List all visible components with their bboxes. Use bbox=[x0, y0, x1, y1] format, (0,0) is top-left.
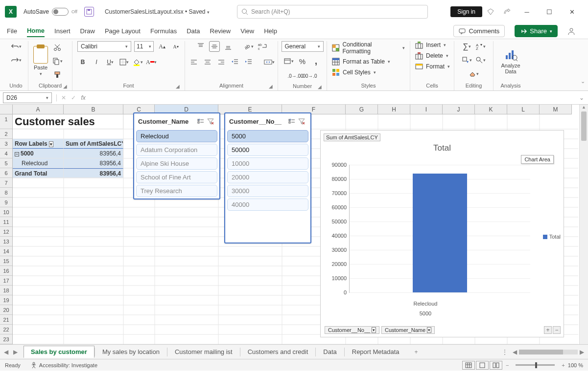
pivot-values-header[interactable]: Sum of AmtSalesLCY bbox=[64, 139, 123, 149]
slicer-item[interactable]: School of Fine Art bbox=[136, 171, 217, 183]
conditional-formatting-button[interactable]: Conditional Formatting▾ bbox=[332, 41, 405, 55]
search-input[interactable]: Search (Alt+Q) bbox=[237, 5, 428, 19]
col-header-i[interactable]: I bbox=[410, 105, 443, 114]
tab-page-layout[interactable]: Page Layout bbox=[105, 25, 141, 37]
decrease-decimal-button[interactable]: .00→.0 bbox=[304, 70, 315, 81]
row-header-4[interactable]: 4 bbox=[0, 149, 12, 158]
chart-title[interactable]: Total bbox=[321, 143, 564, 153]
sheet-tab[interactable]: My sales by location bbox=[95, 346, 167, 358]
slicer-item[interactable]: Relecloud bbox=[136, 130, 217, 142]
align-left-button[interactable] bbox=[188, 57, 199, 67]
maximize-button[interactable]: ☐ bbox=[538, 8, 561, 16]
borders-button[interactable]: ▾ bbox=[118, 57, 129, 67]
row-header-16[interactable]: 16 bbox=[0, 266, 12, 276]
col-header-a[interactable]: A bbox=[13, 105, 64, 114]
clear-filter-icon[interactable] bbox=[297, 116, 306, 126]
slicer-item[interactable]: 10000 bbox=[227, 157, 308, 170]
number-format-select[interactable]: General▾ bbox=[282, 41, 324, 52]
tab-draw[interactable]: Draw bbox=[80, 25, 95, 37]
zoom-in-button[interactable]: + bbox=[562, 362, 564, 368]
undo-button[interactable]: ▾ bbox=[11, 41, 22, 52]
tab-review[interactable]: Review bbox=[210, 25, 231, 37]
format-as-table-button[interactable]: Format as Table▾ bbox=[332, 58, 390, 66]
slicer-item[interactable]: 50000 bbox=[227, 144, 308, 156]
sheet-tab-menu-button[interactable]: ⋮ bbox=[502, 349, 508, 355]
chevron-down-icon[interactable]: ▾ bbox=[207, 10, 210, 15]
fill-color-button[interactable]: ▾ bbox=[132, 57, 143, 67]
percent-format-button[interactable]: % bbox=[297, 56, 308, 66]
row-header-2[interactable]: 2 bbox=[0, 129, 12, 139]
slicer-item[interactable]: 30000 bbox=[227, 185, 308, 197]
tab-formulas[interactable]: Formulas bbox=[150, 25, 177, 37]
underline-button[interactable]: U▾ bbox=[105, 57, 116, 67]
cell-styles-button[interactable]: Cell Styles▾ bbox=[332, 68, 376, 76]
pivot-row-2-value[interactable]: 83956,4 bbox=[64, 158, 123, 168]
find-select-button[interactable]: ▾ bbox=[475, 55, 486, 66]
sheet-prev-button[interactable]: ◀ bbox=[4, 349, 8, 355]
clear-button[interactable]: ▾ bbox=[469, 68, 479, 79]
sheet-next-button[interactable]: ▶ bbox=[13, 349, 18, 355]
align-middle-button[interactable] bbox=[209, 41, 220, 52]
enter-formula-icon[interactable]: ✓ bbox=[71, 94, 76, 101]
formula-input[interactable] bbox=[89, 92, 575, 103]
chart-legend[interactable]: Total bbox=[543, 234, 561, 240]
chart-collapse-button[interactable]: − bbox=[553, 326, 561, 334]
pivot-grand-total-label[interactable]: Grand Total bbox=[13, 168, 64, 178]
row-header-6[interactable]: 6 bbox=[0, 168, 12, 178]
row-header-1[interactable]: 1 bbox=[0, 114, 12, 129]
save-icon[interactable] bbox=[84, 7, 94, 17]
accessibility-status[interactable]: Accessibility: Investigate bbox=[30, 362, 97, 369]
signin-button[interactable]: Sign in bbox=[450, 6, 482, 17]
share-button[interactable]: Share ▾ bbox=[515, 25, 558, 37]
font-color-button[interactable]: A▾ bbox=[146, 57, 157, 67]
col-header-m[interactable]: M bbox=[540, 105, 572, 114]
collapse-ribbon-button[interactable]: ⌄ bbox=[581, 78, 585, 85]
horizontal-scrollbar[interactable] bbox=[519, 350, 578, 354]
align-center-button[interactable] bbox=[202, 57, 213, 67]
slicer-item[interactable]: Adatum Corporation bbox=[136, 144, 217, 156]
row-header-23[interactable]: 23 bbox=[0, 334, 12, 344]
row-header-15[interactable]: 15 bbox=[0, 256, 12, 266]
chart-bar[interactable] bbox=[413, 174, 467, 292]
chart-values-badge[interactable]: Sum of AmtSalesLCY bbox=[324, 133, 380, 141]
row-header-11[interactable]: 11 bbox=[0, 217, 12, 227]
chart-plot-area[interactable]: 0100002000030000400005000060000700008000… bbox=[349, 165, 530, 293]
slicer-item[interactable]: Alpine Ski House bbox=[136, 157, 217, 170]
zoom-out-button[interactable]: − bbox=[506, 362, 509, 368]
format-painter-button[interactable] bbox=[52, 69, 63, 80]
align-right-button[interactable] bbox=[216, 57, 227, 67]
cut-button[interactable] bbox=[52, 42, 63, 53]
font-size-select[interactable]: 11▾ bbox=[134, 41, 154, 52]
dialog-launcher-icon[interactable]: ◢ bbox=[269, 84, 273, 89]
decrease-font-button[interactable]: A▾ bbox=[170, 41, 181, 52]
dialog-launcher-icon[interactable]: ◢ bbox=[63, 84, 67, 89]
align-top-button[interactable] bbox=[195, 41, 206, 52]
row-header-17[interactable]: 17 bbox=[0, 276, 12, 286]
orientation-button[interactable]: ab▾ bbox=[243, 41, 254, 52]
pivot-row-labels-header[interactable]: Row Labels ▾ bbox=[13, 139, 64, 149]
decrease-indent-button[interactable] bbox=[230, 57, 240, 67]
expand-formula-icon[interactable]: ⌄ bbox=[579, 94, 584, 101]
insert-cells-button[interactable]: Insert▾ bbox=[415, 41, 446, 49]
sheet-scroll-right-icon[interactable]: ▶ bbox=[580, 349, 584, 355]
chart-expand-button[interactable]: + bbox=[544, 326, 552, 334]
sheet-tab[interactable]: Customer mailing ist bbox=[167, 346, 240, 358]
increase-decimal-button[interactable]: .0→.00 bbox=[290, 70, 301, 81]
row-header-18[interactable]: 18 bbox=[0, 286, 12, 295]
minimize-button[interactable]: ─ bbox=[516, 8, 538, 16]
select-all-corner[interactable] bbox=[0, 105, 13, 114]
tab-home[interactable]: Home bbox=[27, 25, 45, 37]
chart-axis-field-2[interactable]: Customer_Name▾ bbox=[381, 326, 435, 334]
row-header-13[interactable]: 13 bbox=[0, 237, 12, 246]
row-header-8[interactable]: 8 bbox=[0, 188, 12, 198]
zoom-level[interactable]: 100 % bbox=[568, 362, 583, 368]
autosum-button[interactable]: ∑▾ bbox=[462, 41, 472, 52]
pending-icon[interactable] bbox=[499, 8, 516, 16]
name-box[interactable]: D26▾ bbox=[3, 92, 52, 103]
slicer-customer-no[interactable]: Customer__No__ 5000500001000020000300004… bbox=[224, 112, 311, 243]
copy-button[interactable]: ▾ bbox=[52, 56, 63, 66]
toggle-off-icon[interactable] bbox=[52, 8, 69, 16]
sheet-tab[interactable]: Report Metadata bbox=[345, 346, 407, 358]
col-header-l[interactable]: L bbox=[507, 105, 540, 114]
user-icon[interactable] bbox=[567, 27, 581, 35]
